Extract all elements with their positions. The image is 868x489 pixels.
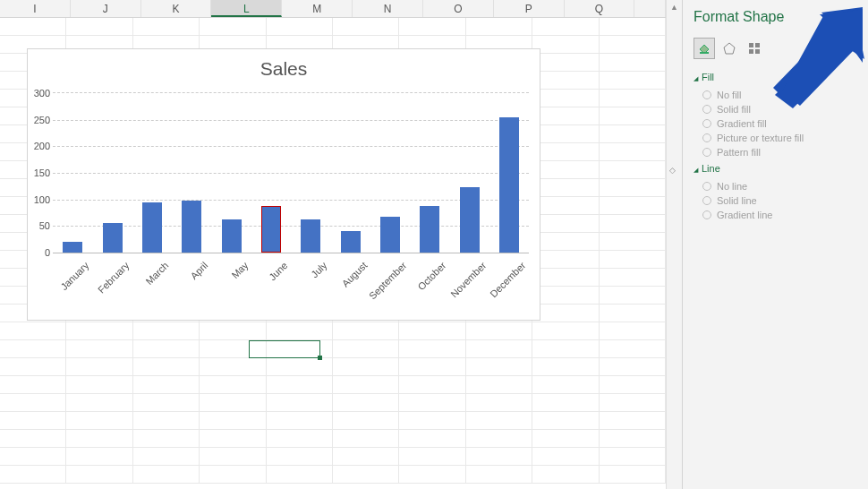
chart-bar[interactable] <box>222 219 242 253</box>
y-axis-tick: 200 <box>30 141 50 151</box>
radio-icon <box>702 210 711 219</box>
tab-effects[interactable] <box>719 38 740 59</box>
chart-bar[interactable] <box>499 117 519 253</box>
col-header-n[interactable]: N <box>353 0 423 17</box>
radio-label: No line <box>717 181 747 192</box>
format-shape-pane: Format Shape ▾ ✕ Fill No fill Solid fill… <box>682 0 868 489</box>
chart-bar[interactable] <box>182 201 201 253</box>
size-grid-icon <box>747 41 762 56</box>
y-axis-tick: 300 <box>30 88 50 99</box>
spreadsheet-area: I J K L M N O P Q <box>0 0 666 489</box>
tab-size-properties[interactable] <box>744 38 765 59</box>
pane-options-dropdown[interactable]: ▾ <box>835 11 840 22</box>
column-header-row: I J K L M N O P Q <box>0 0 666 18</box>
y-axis-tick: 50 <box>30 220 50 231</box>
col-header-m[interactable]: M <box>282 0 353 17</box>
chart-bar[interactable] <box>460 187 480 253</box>
radio-icon <box>702 133 711 142</box>
fill-solid-fill[interactable]: Solid fill <box>702 104 859 115</box>
fill-no-fill[interactable]: No fill <box>702 90 859 100</box>
chart-plot-area[interactable]: 050100150200250300JanuaryFebruaryMarchAp… <box>53 92 529 253</box>
fill-picture-fill[interactable]: Picture or texture fill <box>702 133 859 143</box>
y-axis-tick: 0 <box>30 247 50 258</box>
section-fill-header[interactable]: Fill <box>694 72 859 82</box>
chart-bar[interactable] <box>301 219 320 253</box>
radio-label: Pattern fill <box>717 147 761 158</box>
chart-bar[interactable] <box>380 217 400 253</box>
tab-fill-line[interactable] <box>694 38 715 59</box>
chart-bar[interactable] <box>261 206 281 253</box>
expand-marker-icon[interactable]: ◇ <box>669 166 676 175</box>
line-no-line[interactable]: No line <box>702 181 859 192</box>
radio-label: Solid line <box>717 195 757 206</box>
col-header-partial[interactable] <box>634 0 666 17</box>
svg-rect-4 <box>749 49 753 54</box>
svg-rect-3 <box>755 43 760 47</box>
chart-title[interactable]: Sales <box>28 49 540 80</box>
chart-bar[interactable] <box>103 223 123 253</box>
vertical-scrollbar[interactable]: ▲ ◇ <box>666 0 682 489</box>
svg-marker-1 <box>724 43 735 54</box>
fill-gradient-fill[interactable]: Gradient fill <box>702 118 859 129</box>
svg-rect-0 <box>700 52 709 54</box>
radio-icon <box>702 90 711 99</box>
radio-label: Solid fill <box>717 104 751 115</box>
svg-rect-5 <box>755 49 760 54</box>
col-header-l[interactable]: L <box>211 0 282 17</box>
pentagon-icon <box>722 41 736 56</box>
radio-label: No fill <box>717 90 742 100</box>
col-header-i[interactable]: I <box>0 0 71 17</box>
radio-icon <box>702 196 711 205</box>
y-axis-tick: 100 <box>30 194 50 205</box>
chart-bar[interactable] <box>420 206 439 253</box>
pane-close-button[interactable]: ✕ <box>853 11 861 22</box>
col-header-o[interactable]: O <box>423 0 494 17</box>
pane-tool-tabs <box>694 38 859 59</box>
chart-bar[interactable] <box>142 202 162 253</box>
radio-label: Gradient fill <box>717 118 767 129</box>
radio-icon <box>702 148 711 157</box>
y-axis-tick: 150 <box>30 167 50 178</box>
col-header-q[interactable]: Q <box>565 0 635 17</box>
radio-icon <box>702 105 711 114</box>
active-cell-indicator[interactable] <box>249 340 320 358</box>
col-header-j[interactable]: J <box>71 0 141 17</box>
section-line-header[interactable]: Line <box>694 163 859 174</box>
radio-label: Gradient line <box>717 210 772 220</box>
radio-label: Picture or texture fill <box>717 133 804 143</box>
radio-icon <box>702 119 711 128</box>
scroll-up-icon[interactable]: ▲ <box>670 3 678 12</box>
chart-bar[interactable] <box>63 242 82 253</box>
paint-bucket-icon <box>697 41 711 56</box>
fill-pattern-fill[interactable]: Pattern fill <box>702 147 859 158</box>
chart-bar[interactable] <box>341 231 361 253</box>
svg-rect-2 <box>749 43 753 47</box>
line-gradient-line[interactable]: Gradient line <box>702 210 859 220</box>
chart-object[interactable]: Sales 050100150200250300JanuaryFebruaryM… <box>27 48 540 321</box>
line-solid-line[interactable]: Solid line <box>702 195 859 206</box>
radio-icon <box>702 182 711 191</box>
y-axis-tick: 250 <box>30 115 50 125</box>
col-header-p[interactable]: P <box>494 0 565 17</box>
col-header-k[interactable]: K <box>141 0 212 17</box>
